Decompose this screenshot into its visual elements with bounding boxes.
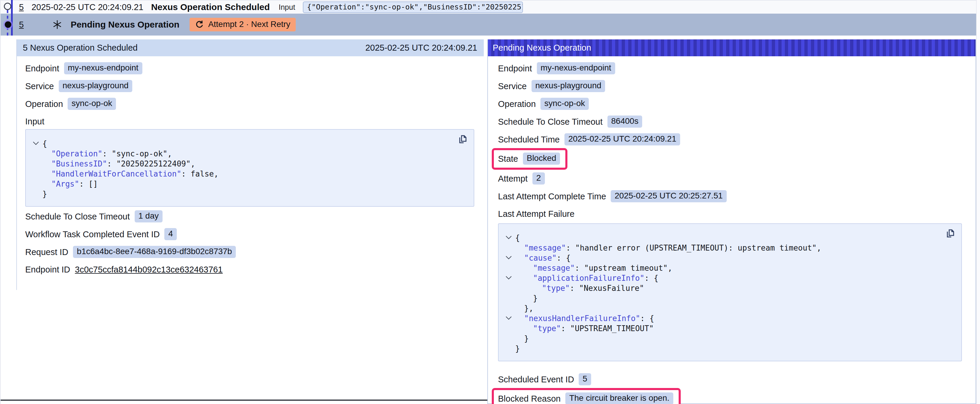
collapse-chevron-icon[interactable] bbox=[29, 139, 42, 149]
field-label: Scheduled Event ID bbox=[498, 374, 574, 385]
field: Operationsync-op-ok bbox=[498, 98, 589, 110]
input-section-label: Input bbox=[25, 116, 476, 127]
json-line: }, bbox=[502, 303, 952, 314]
field-value-badge: 5 bbox=[579, 373, 591, 385]
pending-operation-panel: Pending Nexus Operation Endpointmy-nexus… bbox=[487, 40, 976, 404]
json-line: "Args": [] bbox=[29, 179, 465, 189]
timeline-active-bar bbox=[11, 0, 13, 36]
field-row: Scheduled Event ID5 bbox=[498, 373, 964, 385]
field: Operationsync-op-ok bbox=[25, 98, 116, 110]
chevron-gutter-spacer bbox=[29, 189, 42, 199]
pending-title: Pending Nexus Operation bbox=[71, 19, 180, 30]
field-value-badge: nexus-playground bbox=[59, 80, 133, 92]
field-label: Last Attempt Complete Time bbox=[498, 190, 606, 202]
field-value-badge: The circuit breaker is open. bbox=[565, 393, 673, 404]
field-row: Blocked ReasonThe circuit breaker is ope… bbox=[498, 391, 964, 404]
field: Schedule To Close Timeout1 day bbox=[25, 210, 162, 222]
field-label: Schedule To Close Timeout bbox=[25, 211, 130, 222]
field-row: Request IDb1c6a4bc-8ee7-468a-9169-df3b02… bbox=[25, 246, 476, 258]
field-row: Workflow Task Completed Event ID4 bbox=[25, 228, 476, 240]
chevron-gutter-spacer bbox=[29, 159, 42, 169]
json-line: "nexusHandlerFailureInfo": { bbox=[502, 314, 952, 323]
event-timestamp: 2025-02-25 UTC 20:24:09.21 bbox=[32, 2, 143, 12]
input-json-viewer: {"Operation": "sync-op-ok","BusinessID":… bbox=[25, 129, 474, 207]
field: Endpointmy-nexus-endpoint bbox=[25, 62, 142, 74]
field-label: Service bbox=[498, 80, 527, 92]
field-row: StateBlocked bbox=[498, 151, 964, 167]
field-value-badge: my-nexus-endpoint bbox=[64, 62, 142, 74]
field: Scheduled Event ID5 bbox=[498, 373, 591, 385]
field-row: Schedule To Close Timeout1 day bbox=[25, 210, 476, 222]
json-line: { bbox=[29, 139, 465, 149]
pending-operation-header-title: Pending Nexus Operation bbox=[493, 43, 591, 53]
field-value-badge: my-nexus-endpoint bbox=[537, 62, 615, 74]
chevron-gutter-spacer bbox=[502, 323, 515, 334]
chevron-gutter-spacer bbox=[502, 293, 515, 303]
failure-section-label: Last Attempt Failure bbox=[498, 208, 964, 220]
chevron-gutter-spacer bbox=[502, 334, 515, 344]
field: Schedule To Close Timeout86400s bbox=[498, 116, 642, 128]
field-label: Operation bbox=[498, 98, 536, 110]
field-value-badge: nexus-playground bbox=[531, 80, 605, 92]
event-detail-panel: 5 Nexus Operation Scheduled 2025-02-25 U… bbox=[16, 40, 484, 290]
chevron-gutter-spacer bbox=[502, 263, 515, 273]
timeline-filled-dot-icon[interactable] bbox=[5, 21, 11, 28]
retry-icon bbox=[195, 20, 204, 29]
timeline-open-circle-icon[interactable] bbox=[4, 3, 11, 10]
field-value-badge: 4 bbox=[164, 228, 177, 240]
json-line: } bbox=[502, 344, 952, 354]
field-value-badge: Blocked bbox=[523, 152, 560, 165]
pending-id-link[interactable]: 5 bbox=[19, 20, 24, 30]
json-line: "Operation": "sync-op-ok", bbox=[29, 149, 465, 159]
copy-icon[interactable] bbox=[457, 134, 468, 145]
event-detail-fields-bottom: Schedule To Close Timeout1 dayWorkflow T… bbox=[25, 210, 476, 276]
field-row: Attempt2 bbox=[498, 173, 964, 185]
field-value-link[interactable]: 3c0c75ccfa8144b092c13ce632463761 bbox=[75, 265, 223, 274]
field-value-badge: 86400s bbox=[608, 116, 643, 128]
field: Endpointmy-nexus-endpoint bbox=[498, 62, 615, 74]
field-label: Endpoint bbox=[498, 62, 532, 74]
field-label: Service bbox=[25, 80, 54, 92]
pending-asterisk-icon bbox=[52, 19, 62, 30]
field-label: Scheduled Time bbox=[498, 133, 560, 146]
field-row: Endpoint ID3c0c75ccfa8144b092c13ce632463… bbox=[25, 264, 476, 276]
field: Scheduled Time2025-02-25 UTC 20:24:09.21 bbox=[498, 133, 680, 146]
field-row: Operationsync-op-ok bbox=[498, 98, 964, 110]
chevron-gutter-spacer bbox=[29, 169, 42, 179]
scrollbar[interactable] bbox=[976, 0, 980, 404]
field-row: Servicenexus-playground bbox=[498, 80, 964, 92]
collapse-chevron-icon[interactable] bbox=[502, 233, 515, 243]
attempt-retry-text: Attempt 2 · Next Retry bbox=[208, 19, 290, 29]
event-input-chip[interactable]: {"Operation":"sync-op-ok","BusinessID":"… bbox=[303, 2, 523, 13]
attempt-retry-badge: Attempt 2 · Next Retry bbox=[189, 18, 296, 32]
collapse-chevron-icon[interactable] bbox=[502, 253, 515, 263]
event-row-nexus-operation-scheduled[interactable]: 5 2025-02-25 UTC 20:24:09.21 Nexus Opera… bbox=[0, 0, 980, 14]
field: Last Attempt Complete Time2025-02-25 UTC… bbox=[498, 190, 727, 202]
collapse-chevron-icon[interactable] bbox=[502, 314, 515, 323]
field-label: Blocked Reason bbox=[498, 393, 561, 404]
chevron-gutter-spacer bbox=[29, 149, 42, 159]
field-value-badge: sync-op-ok bbox=[541, 98, 589, 110]
field-label: State bbox=[498, 153, 518, 165]
collapse-chevron-icon[interactable] bbox=[502, 273, 515, 283]
chevron-gutter-spacer bbox=[502, 303, 515, 314]
json-line: "type": "NexusFailure" bbox=[502, 283, 952, 293]
event-detail-header-timestamp: 2025-02-25 UTC 20:24:09.21 bbox=[366, 43, 477, 53]
field-label: Attempt bbox=[498, 173, 528, 185]
field-row: Operationsync-op-ok bbox=[25, 98, 476, 110]
json-line: "message": "upstream timeout", bbox=[502, 263, 952, 273]
pending-operation-fields-top: Endpointmy-nexus-endpointServicenexus-pl… bbox=[498, 62, 964, 202]
field-label: Workflow Task Completed Event ID bbox=[25, 228, 159, 240]
field-label: Schedule To Close Timeout bbox=[498, 116, 603, 128]
event-id-link[interactable]: 5 bbox=[19, 2, 24, 12]
json-line: { bbox=[502, 233, 952, 243]
field: Request IDb1c6a4bc-8ee7-468a-9169-df3b02… bbox=[25, 246, 236, 258]
field-row: Servicenexus-playground bbox=[25, 80, 476, 92]
field: Attempt2 bbox=[498, 173, 545, 185]
field-label: Operation bbox=[25, 98, 63, 110]
pending-nexus-operation-row[interactable]: 5 Pending Nexus Operation Attempt 2 · Ne… bbox=[0, 14, 980, 36]
event-detail-header: 5 Nexus Operation Scheduled 2025-02-25 U… bbox=[17, 40, 484, 56]
row-bottom-border bbox=[0, 399, 487, 401]
event-detail-header-title: 5 Nexus Operation Scheduled bbox=[23, 43, 138, 53]
copy-icon[interactable] bbox=[945, 228, 956, 239]
